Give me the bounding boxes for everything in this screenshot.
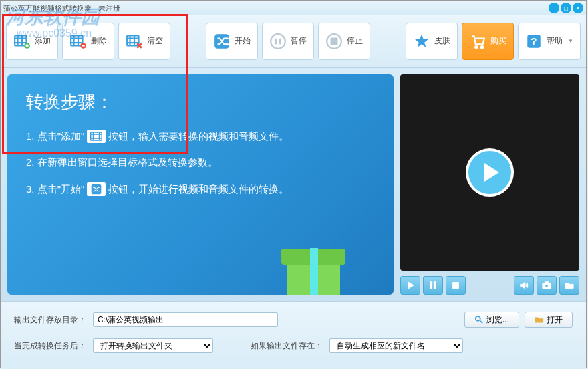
output-dir-label: 输出文件存放目录： (14, 314, 88, 326)
clear-label: 清空 (147, 35, 163, 47)
buy-label: 购买 (490, 35, 506, 47)
help-icon: ? (525, 33, 543, 50)
start-label: 开始 (235, 35, 251, 47)
svg-point-9 (475, 46, 477, 48)
delete-button[interactable]: 删除 (62, 23, 114, 60)
minimize-button[interactable]: — (549, 3, 559, 13)
film-minus-icon (69, 33, 87, 50)
stop-button[interactable]: 停止 (318, 23, 370, 60)
skin-label: 皮肤 (434, 35, 450, 47)
titlebar: 蒲公英万能视频格式转换器 - 未注册 — □ × (1, 1, 586, 15)
browse-button[interactable]: 浏览... (464, 312, 519, 328)
after-label: 当完成转换任务后： (14, 340, 88, 352)
add-label: 添加 (35, 35, 51, 47)
player-folder-button[interactable] (559, 276, 579, 295)
shuffle-icon (87, 182, 106, 196)
chevron-down-icon: ▼ (568, 38, 573, 44)
svg-rect-13 (91, 132, 102, 140)
guide-title: 转换步骤： (26, 90, 375, 114)
svg-rect-15 (430, 282, 432, 289)
stop-icon (325, 33, 343, 50)
skin-button[interactable]: 皮肤 (406, 23, 458, 60)
toolbar: 添加 删除 清空 开始 暂停 停止 皮肤 购买 (1, 15, 586, 68)
output-settings: 输出文件存放目录： 浏览... 打开 当完成转换任务后： 打开转换输出文件夹 如… (1, 301, 586, 369)
close-button[interactable]: × (573, 3, 583, 13)
main-area: 转换步骤： 1. 点击"添加" 按钮，输入需要转换的视频和音频文件。 2. 在新… (1, 68, 586, 301)
svg-point-10 (481, 46, 483, 48)
player-stop-button[interactable] (446, 276, 466, 295)
video-preview[interactable] (400, 74, 579, 271)
svg-text:?: ? (531, 35, 537, 47)
guide-step-3: 3. 点击"开始" 按钮，开始进行视频和音频文件的转换。 (26, 182, 375, 196)
window-title: 蒲公英万能视频格式转换器 - 未注册 (3, 3, 120, 13)
shuffle-icon (213, 33, 231, 50)
player-snapshot-button[interactable] (537, 276, 557, 295)
output-dir-row: 输出文件存放目录： 浏览... 打开 (14, 312, 573, 328)
player-pause-button[interactable] (423, 276, 443, 295)
clear-button[interactable]: 清空 (118, 23, 170, 60)
open-button[interactable]: 打开 (525, 312, 573, 328)
film-x-icon (126, 33, 143, 50)
after-row: 当完成转换任务后： 打开转换输出文件夹 如果输出文件存在： 自动生成相应的新文件… (14, 338, 573, 353)
app-window: 蒲公英万能视频格式转换器 - 未注册 — □ × 添加 删除 清空 开始 暂停 (0, 0, 587, 368)
player-volume-button[interactable] (514, 276, 534, 295)
cart-icon (469, 33, 486, 50)
svg-point-21 (476, 316, 480, 321)
svg-rect-17 (453, 283, 459, 289)
guide-steps: 1. 点击"添加" 按钮，输入需要转换的视频和音频文件。 2. 在新弹出窗口选择… (26, 130, 375, 196)
pause-label: 暂停 (291, 35, 307, 47)
pause-icon (269, 33, 287, 50)
film-plus-icon (13, 33, 31, 50)
exist-select[interactable]: 自动生成相应的新文件名 (329, 338, 463, 353)
guide-step-1: 1. 点击"添加" 按钮，输入需要转换的视频和音频文件。 (26, 130, 375, 143)
after-select[interactable]: 打开转换输出文件夹 (93, 338, 213, 353)
svg-rect-16 (434, 282, 436, 289)
svg-point-6 (271, 34, 285, 49)
buy-button[interactable]: 购买 (462, 23, 514, 60)
gift-decoration (273, 228, 353, 295)
start-button[interactable]: 开始 (206, 23, 258, 60)
player-controls (400, 276, 579, 295)
film-icon (87, 130, 106, 143)
star-icon (413, 33, 430, 50)
guide-panel: 转换步骤： 1. 点击"添加" 按钮，输入需要转换的视频和音频文件。 2. 在新… (7, 74, 394, 295)
folder-open-icon (535, 315, 544, 324)
exist-label: 如果输出文件存在： (251, 340, 324, 352)
delete-label: 删除 (91, 35, 107, 47)
output-dir-input[interactable] (93, 312, 278, 327)
svg-rect-8 (331, 38, 337, 44)
window-controls: — □ × (549, 3, 583, 13)
add-button[interactable]: 添加 (6, 23, 58, 60)
preview-panel (400, 74, 579, 295)
search-icon (474, 315, 484, 324)
svg-point-19 (545, 285, 548, 287)
help-button[interactable]: ? 帮助 ▼ (518, 23, 581, 60)
player-play-button[interactable] (400, 276, 420, 295)
maximize-button[interactable]: □ (561, 3, 571, 13)
svg-rect-20 (545, 282, 548, 284)
play-overlay-icon (466, 148, 514, 197)
stop-label: 停止 (347, 35, 363, 47)
help-label: 帮助 (547, 35, 563, 47)
pause-button[interactable]: 暂停 (262, 23, 314, 60)
guide-step-2: 2. 在新弹出窗口选择目标格式及转换参数。 (26, 156, 375, 169)
